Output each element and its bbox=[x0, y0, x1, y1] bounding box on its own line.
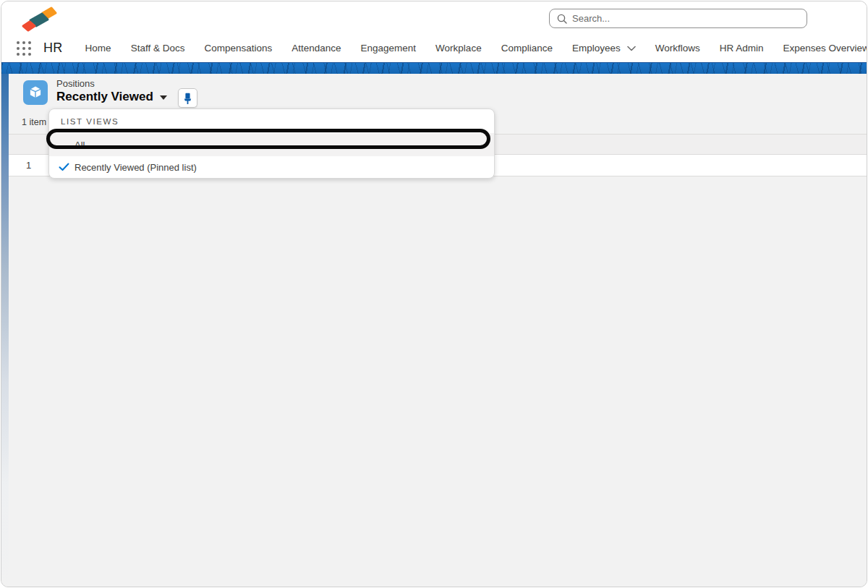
search-input[interactable] bbox=[572, 13, 799, 24]
app-launcher-icon[interactable] bbox=[17, 41, 31, 56]
app-window: HR Home Staff & Docs Compensations Atten… bbox=[1, 1, 867, 587]
app-navigation-bar: HR Home Staff & Docs Compensations Atten… bbox=[1, 34, 867, 62]
nav-tab-engagement[interactable]: Engagement bbox=[361, 43, 417, 54]
item-count: 1 item bbox=[22, 117, 46, 127]
list-view-header: Positions Recently Viewed bbox=[9, 74, 867, 110]
pin-icon bbox=[183, 93, 192, 104]
list-view-selector[interactable]: Recently Viewed bbox=[56, 90, 167, 104]
left-background-strip bbox=[1, 74, 9, 587]
entity-label: Positions bbox=[56, 78, 167, 89]
nav-tab-expenses-overview[interactable]: Expenses Overview bbox=[783, 43, 867, 54]
nav-tab-compliance[interactable]: Compliance bbox=[501, 43, 553, 54]
nav-tab-workplace[interactable]: Workplace bbox=[435, 43, 482, 54]
check-icon bbox=[59, 163, 70, 171]
nav-tab-home[interactable]: Home bbox=[85, 43, 111, 54]
app-name: HR bbox=[43, 41, 63, 56]
nav-tab-workflows[interactable]: Workflows bbox=[655, 43, 700, 54]
nav-tab-hr-admin[interactable]: HR Admin bbox=[720, 43, 764, 54]
list-views-dropdown: LIST VIEWS All Recently Viewed (Pinned l… bbox=[48, 108, 495, 179]
global-search bbox=[549, 9, 807, 28]
global-header bbox=[1, 1, 867, 34]
search-icon bbox=[557, 14, 567, 24]
caret-down-icon bbox=[160, 95, 167, 100]
nav-tabs: Home Staff & Docs Compensations Attendan… bbox=[85, 43, 867, 54]
list-views-section-label: LIST VIEWS bbox=[49, 109, 494, 133]
positions-object-icon bbox=[23, 80, 48, 105]
nav-tab-staff-docs[interactable]: Staff & Docs bbox=[131, 43, 185, 54]
row-number-cell: 1 bbox=[9, 160, 48, 171]
title-block: Positions Recently Viewed bbox=[56, 78, 167, 104]
nav-tab-compensations[interactable]: Compensations bbox=[204, 43, 272, 54]
list-view-name: Recently Viewed bbox=[56, 90, 153, 104]
list-view-option-all[interactable]: All bbox=[49, 133, 494, 156]
chevron-down-icon[interactable] bbox=[627, 46, 636, 51]
company-logo-icon bbox=[19, 5, 58, 34]
nav-tab-attendance[interactable]: Attendance bbox=[292, 43, 341, 54]
cube-icon bbox=[27, 85, 43, 101]
pin-list-button[interactable] bbox=[178, 88, 197, 108]
nav-tab-employees[interactable]: Employees bbox=[572, 43, 636, 54]
list-view-option-recently-viewed[interactable]: Recently Viewed (Pinned list) bbox=[49, 156, 494, 178]
page-header-texture-band bbox=[1, 62, 867, 74]
